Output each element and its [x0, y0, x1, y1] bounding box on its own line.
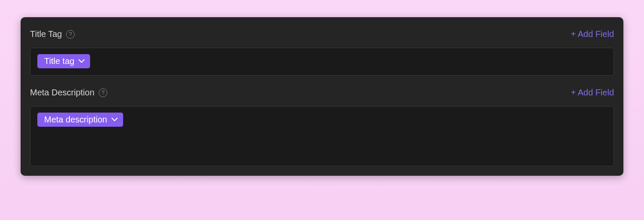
field-label-group: Meta Description ? — [30, 88, 107, 98]
title-tag-section: Title Tag ? + Add Field Title tag — [30, 29, 614, 76]
field-header: Meta Description ? + Add Field — [30, 88, 614, 98]
settings-panel: Title Tag ? + Add Field Title tag Meta D… — [21, 17, 623, 176]
meta-description-label: Meta Description — [30, 88, 94, 98]
title-tag-input[interactable]: Title tag — [30, 48, 614, 76]
chip-label: Title tag — [44, 56, 74, 66]
add-field-button[interactable]: + Add Field — [571, 88, 614, 98]
add-field-label: + Add Field — [571, 29, 614, 39]
field-label-group: Title Tag ? — [30, 29, 75, 39]
meta-description-chip[interactable]: Meta description — [37, 113, 123, 127]
title-tag-chip[interactable]: Title tag — [37, 54, 90, 68]
help-icon[interactable]: ? — [99, 89, 107, 97]
add-field-button[interactable]: + Add Field — [571, 29, 614, 39]
chip-label: Meta description — [44, 115, 107, 125]
title-tag-label: Title Tag — [30, 29, 62, 39]
help-icon[interactable]: ? — [66, 30, 75, 39]
meta-description-input[interactable]: Meta description — [30, 106, 614, 166]
chevron-down-icon — [112, 117, 118, 123]
meta-description-section: Meta Description ? + Add Field Meta desc… — [30, 88, 614, 166]
add-field-label: + Add Field — [571, 88, 614, 98]
chevron-down-icon — [79, 58, 85, 64]
field-header: Title Tag ? + Add Field — [30, 29, 614, 39]
